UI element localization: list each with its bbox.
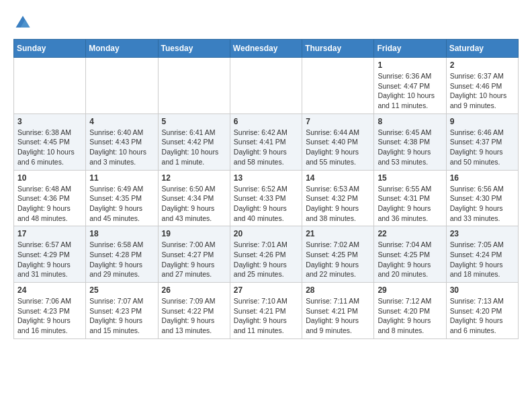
week-row-4: 17Sunrise: 6:57 AM Sunset: 4:29 PM Dayli… <box>14 226 519 283</box>
day-cell: 23Sunrise: 7:05 AM Sunset: 4:24 PM Dayli… <box>446 226 518 283</box>
day-cell: 13Sunrise: 6:52 AM Sunset: 4:33 PM Dayli… <box>230 170 302 226</box>
day-number: 20 <box>234 229 298 238</box>
day-header-monday: Monday <box>86 40 158 58</box>
day-number: 14 <box>306 173 370 183</box>
day-cell: 18Sunrise: 6:58 AM Sunset: 4:28 PM Dayli… <box>86 226 158 283</box>
day-info: Sunrise: 7:02 AM Sunset: 4:25 PM Dayligh… <box>306 240 370 279</box>
day-number: 12 <box>162 173 226 183</box>
day-cell: 9Sunrise: 6:46 AM Sunset: 4:37 PM Daylig… <box>446 113 518 170</box>
day-number: 2 <box>450 60 515 70</box>
day-number: 28 <box>306 285 370 295</box>
day-cell: 1Sunrise: 6:36 AM Sunset: 4:47 PM Daylig… <box>374 58 446 114</box>
day-number: 22 <box>378 229 442 238</box>
day-info: Sunrise: 6:44 AM Sunset: 4:40 PM Dayligh… <box>306 128 370 167</box>
day-cell: 8Sunrise: 6:45 AM Sunset: 4:38 PM Daylig… <box>374 113 446 170</box>
day-info: Sunrise: 7:13 AM Sunset: 4:20 PM Dayligh… <box>450 296 515 336</box>
day-cell: 17Sunrise: 6:57 AM Sunset: 4:29 PM Dayli… <box>14 226 86 283</box>
day-info: Sunrise: 6:46 AM Sunset: 4:37 PM Dayligh… <box>450 128 515 167</box>
day-cell: 7Sunrise: 6:44 AM Sunset: 4:40 PM Daylig… <box>302 113 374 170</box>
day-cell <box>302 58 374 114</box>
day-number: 23 <box>450 229 515 238</box>
day-info: Sunrise: 6:42 AM Sunset: 4:41 PM Dayligh… <box>234 128 298 167</box>
day-number: 9 <box>450 117 515 126</box>
day-info: Sunrise: 6:36 AM Sunset: 4:47 PM Dayligh… <box>378 71 442 111</box>
day-cell: 14Sunrise: 6:53 AM Sunset: 4:32 PM Dayli… <box>302 170 374 226</box>
day-cell: 16Sunrise: 6:56 AM Sunset: 4:30 PM Dayli… <box>446 170 518 226</box>
day-cell <box>14 58 86 114</box>
week-row-1: 1Sunrise: 6:36 AM Sunset: 4:47 PM Daylig… <box>14 58 519 114</box>
day-cell <box>230 58 302 114</box>
day-number: 1 <box>378 60 442 70</box>
day-number: 10 <box>17 173 82 183</box>
day-info: Sunrise: 6:49 AM Sunset: 4:35 PM Dayligh… <box>89 184 154 224</box>
header <box>13 13 519 32</box>
day-number: 26 <box>162 285 226 295</box>
day-number: 25 <box>89 285 154 295</box>
day-cell <box>86 58 158 114</box>
day-info: Sunrise: 6:37 AM Sunset: 4:46 PM Dayligh… <box>450 71 515 111</box>
day-info: Sunrise: 6:48 AM Sunset: 4:36 PM Dayligh… <box>17 184 82 224</box>
day-info: Sunrise: 6:40 AM Sunset: 4:43 PM Dayligh… <box>89 128 154 167</box>
day-cell <box>158 58 230 114</box>
day-cell: 28Sunrise: 7:11 AM Sunset: 4:21 PM Dayli… <box>302 283 374 339</box>
day-info: Sunrise: 7:12 AM Sunset: 4:20 PM Dayligh… <box>378 296 442 336</box>
day-cell: 21Sunrise: 7:02 AM Sunset: 4:25 PM Dayli… <box>302 226 374 283</box>
day-info: Sunrise: 7:04 AM Sunset: 4:25 PM Dayligh… <box>378 240 442 279</box>
day-info: Sunrise: 6:53 AM Sunset: 4:32 PM Dayligh… <box>306 184 370 224</box>
day-number: 15 <box>378 173 442 183</box>
day-cell: 30Sunrise: 7:13 AM Sunset: 4:20 PM Dayli… <box>446 283 518 339</box>
logo <box>13 13 35 32</box>
day-info: Sunrise: 6:56 AM Sunset: 4:30 PM Dayligh… <box>450 184 515 224</box>
day-number: 8 <box>378 117 442 126</box>
day-info: Sunrise: 7:10 AM Sunset: 4:21 PM Dayligh… <box>234 296 298 336</box>
day-number: 11 <box>89 173 154 183</box>
day-info: Sunrise: 7:09 AM Sunset: 4:22 PM Dayligh… <box>162 296 226 336</box>
day-number: 3 <box>17 117 82 126</box>
day-info: Sunrise: 7:11 AM Sunset: 4:21 PM Dayligh… <box>306 296 370 336</box>
day-cell: 19Sunrise: 7:00 AM Sunset: 4:27 PM Dayli… <box>158 226 230 283</box>
day-number: 17 <box>17 229 82 238</box>
day-number: 6 <box>234 117 298 126</box>
day-header-thursday: Thursday <box>302 40 374 58</box>
day-cell: 5Sunrise: 6:41 AM Sunset: 4:42 PM Daylig… <box>158 113 230 170</box>
day-info: Sunrise: 6:38 AM Sunset: 4:45 PM Dayligh… <box>17 128 82 167</box>
day-number: 5 <box>162 117 226 126</box>
day-cell: 20Sunrise: 7:01 AM Sunset: 4:26 PM Dayli… <box>230 226 302 283</box>
day-cell: 24Sunrise: 7:06 AM Sunset: 4:23 PM Dayli… <box>14 283 86 339</box>
day-number: 4 <box>89 117 154 126</box>
day-headers-row: SundayMondayTuesdayWednesdayThursdayFrid… <box>14 40 519 58</box>
day-info: Sunrise: 6:58 AM Sunset: 4:28 PM Dayligh… <box>89 240 154 279</box>
day-number: 7 <box>306 117 370 126</box>
day-header-tuesday: Tuesday <box>158 40 230 58</box>
week-row-5: 24Sunrise: 7:06 AM Sunset: 4:23 PM Dayli… <box>14 283 519 339</box>
day-number: 30 <box>450 285 515 295</box>
day-info: Sunrise: 7:05 AM Sunset: 4:24 PM Dayligh… <box>450 240 515 279</box>
week-row-2: 3Sunrise: 6:38 AM Sunset: 4:45 PM Daylig… <box>14 113 519 170</box>
day-cell: 25Sunrise: 7:07 AM Sunset: 4:23 PM Dayli… <box>86 283 158 339</box>
day-cell: 22Sunrise: 7:04 AM Sunset: 4:25 PM Dayli… <box>374 226 446 283</box>
day-info: Sunrise: 6:50 AM Sunset: 4:34 PM Dayligh… <box>162 184 226 224</box>
day-number: 24 <box>17 285 82 295</box>
logo-icon <box>13 13 32 32</box>
day-cell: 26Sunrise: 7:09 AM Sunset: 4:22 PM Dayli… <box>158 283 230 339</box>
day-cell: 2Sunrise: 6:37 AM Sunset: 4:46 PM Daylig… <box>446 58 518 114</box>
day-number: 29 <box>378 285 442 295</box>
day-info: Sunrise: 6:45 AM Sunset: 4:38 PM Dayligh… <box>378 128 442 167</box>
day-info: Sunrise: 6:55 AM Sunset: 4:31 PM Dayligh… <box>378 184 442 224</box>
day-header-wednesday: Wednesday <box>230 40 302 58</box>
day-number: 27 <box>234 285 298 295</box>
day-info: Sunrise: 6:41 AM Sunset: 4:42 PM Dayligh… <box>162 128 226 167</box>
day-info: Sunrise: 6:52 AM Sunset: 4:33 PM Dayligh… <box>234 184 298 224</box>
day-number: 13 <box>234 173 298 183</box>
day-cell: 29Sunrise: 7:12 AM Sunset: 4:20 PM Dayli… <box>374 283 446 339</box>
calendar-table: SundayMondayTuesdayWednesdayThursdayFrid… <box>13 39 519 339</box>
day-cell: 15Sunrise: 6:55 AM Sunset: 4:31 PM Dayli… <box>374 170 446 226</box>
day-cell: 3Sunrise: 6:38 AM Sunset: 4:45 PM Daylig… <box>14 113 86 170</box>
day-info: Sunrise: 7:07 AM Sunset: 4:23 PM Dayligh… <box>89 296 154 336</box>
day-info: Sunrise: 7:06 AM Sunset: 4:23 PM Dayligh… <box>17 296 82 336</box>
day-header-saturday: Saturday <box>446 40 518 58</box>
day-cell: 6Sunrise: 6:42 AM Sunset: 4:41 PM Daylig… <box>230 113 302 170</box>
day-number: 18 <box>89 229 154 238</box>
day-info: Sunrise: 6:57 AM Sunset: 4:29 PM Dayligh… <box>17 240 82 279</box>
day-number: 16 <box>450 173 515 183</box>
